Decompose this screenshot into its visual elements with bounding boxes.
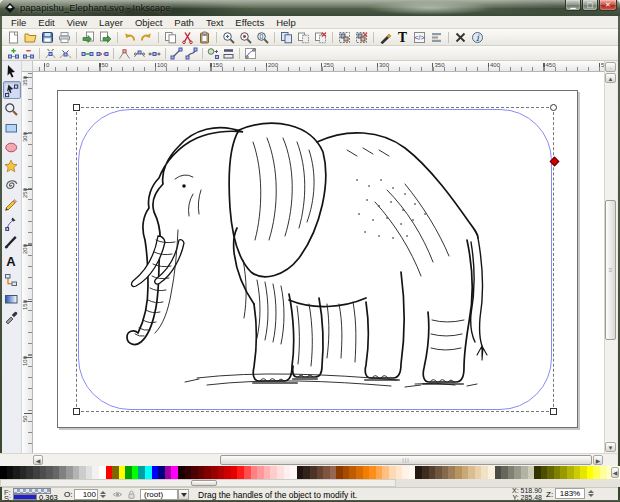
palette-swatch-83[interactable] [547,466,554,479]
palette-swatch-37[interactable] [244,466,251,479]
palette-swatch-19[interactable] [125,466,132,479]
palette-swatch-84[interactable] [554,466,561,479]
zoom-tool-button[interactable] [3,100,21,118]
menu-edit[interactable]: Edit [33,17,59,28]
palette-swatch-78[interactable] [514,466,521,479]
palette-swatch-55[interactable] [363,466,370,479]
spiral-tool-button[interactable] [3,176,21,194]
palette-swatch-20[interactable] [132,466,139,479]
selection-handle-top-right[interactable] [550,104,557,111]
calligraphy-tool-button[interactable] [3,233,21,251]
menu-view[interactable]: View [62,17,92,28]
palette-swatch-17[interactable] [112,466,119,479]
palette-swatch-59[interactable] [389,466,396,479]
palette-swatch-80[interactable] [528,466,535,479]
palette-swatch-22[interactable] [145,466,152,479]
palette-swatch-62[interactable] [409,466,416,479]
paste-button[interactable] [196,30,213,45]
segment-line-button[interactable] [169,47,184,60]
preferences-button[interactable] [452,30,469,45]
horizontal-scrollbar-thumb[interactable]: ||| [220,455,592,465]
selection-handle-bottom-right[interactable] [550,408,557,415]
palette-swatch-18[interactable] [119,466,126,479]
palette-swatch-53[interactable] [349,466,356,479]
palette-swatch-26[interactable] [171,466,178,479]
palette-swatch-65[interactable] [429,466,436,479]
dropper-tool-button[interactable] [3,309,21,327]
palette-swatch-64[interactable] [422,466,429,479]
palette-swatch-44[interactable] [290,466,297,479]
palette-swatch-68[interactable] [448,466,455,479]
text-dialog-button[interactable]: T [394,30,411,45]
palette-swatch-77[interactable] [508,466,515,479]
horizontal-ruler[interactable]: 050100150200250300350400450500 [33,61,604,72]
horizontal-scroll-right-button[interactable]: ▶ [593,455,603,465]
palette-swatch-10[interactable] [66,466,73,479]
menu-file[interactable]: File [6,17,31,28]
palette-swatch-76[interactable] [501,466,508,479]
ungroup-objects-button[interactable] [353,30,370,45]
palette-swatch-72[interactable] [475,466,482,479]
layer-visibility-toggle[interactable] [110,488,124,500]
open-document-button[interactable] [22,30,39,45]
palette-swatch-47[interactable] [310,466,317,479]
palette-scrollbar-thumb[interactable] [191,480,217,486]
connector-tool-button[interactable] [3,271,21,289]
palette-swatch-5[interactable] [33,466,40,479]
document-properties-button[interactable]: i [469,30,486,45]
palette-swatch-91[interactable] [600,466,607,479]
undo-button[interactable] [121,30,138,45]
palette-swatch-74[interactable] [488,466,495,479]
palette-swatch-2[interactable] [13,466,20,479]
palette-swatch-12[interactable] [79,466,86,479]
maximize-button[interactable]: ▢ [582,0,598,11]
join-with-segment-button[interactable] [80,47,95,60]
star-tool-button[interactable] [3,157,21,175]
palette-swatch-50[interactable] [330,466,337,479]
palette-swatch-43[interactable] [284,466,291,479]
node-tool-button[interactable] [3,81,21,99]
vertical-scroll-up-button[interactable]: ▲ [605,73,616,83]
palette-swatch-81[interactable] [534,466,541,479]
export-bitmap-button[interactable] [97,30,114,45]
fill-stroke-dialog-button[interactable] [377,30,394,45]
create-clone-button[interactable] [295,30,312,45]
palette-swatch-66[interactable] [435,466,442,479]
stroke-to-path-button[interactable] [221,47,236,60]
horizontal-scroll-left-button[interactable]: ◀ [33,455,43,465]
duplicate-button[interactable] [278,30,295,45]
palette-swatch-16[interactable] [106,466,113,479]
rectangle-tool-button[interactable] [3,119,21,137]
palette-swatch-45[interactable] [297,466,304,479]
palette-swatch-90[interactable] [593,466,600,479]
break-node-button[interactable] [43,47,58,60]
palette-swatch-57[interactable] [376,466,383,479]
palette-swatch-41[interactable] [270,466,277,479]
vertical-ruler[interactable]: 35030025020015010050 [22,72,33,453]
palette-swatch-40[interactable] [264,466,271,479]
palette-swatch-75[interactable] [495,466,502,479]
layer-select-dropdown-arrow[interactable] [178,489,189,500]
vertical-scroll-down-button[interactable]: ▼ [605,442,616,452]
palette-swatch-6[interactable] [40,466,47,479]
palette-swatch-70[interactable] [462,466,469,479]
print-document-button[interactable] [56,30,73,45]
palette-swatch-46[interactable] [303,466,310,479]
palette-swatch-23[interactable] [152,466,159,479]
cut-button[interactable] [179,30,196,45]
palette-swatch-35[interactable] [231,466,238,479]
palette-swatch-14[interactable] [92,466,99,479]
palette-swatch-34[interactable] [224,466,231,479]
palette-swatch-38[interactable] [251,466,258,479]
palette-swatch-73[interactable] [481,466,488,479]
current-layer-select[interactable]: (root) [140,489,178,500]
palette-scrollbar[interactable] [0,479,396,487]
palette-swatch-1[interactable] [7,466,14,479]
palette-swatch-67[interactable] [442,466,449,479]
palette-swatch-52[interactable] [343,466,350,479]
palette-swatch-71[interactable] [468,466,475,479]
ruler-corner-button[interactable]: · [605,62,616,72]
palette-swatch-30[interactable] [198,466,205,479]
zoom-spinbox[interactable]: 183% [555,488,585,499]
palette-swatch-3[interactable] [20,466,27,479]
